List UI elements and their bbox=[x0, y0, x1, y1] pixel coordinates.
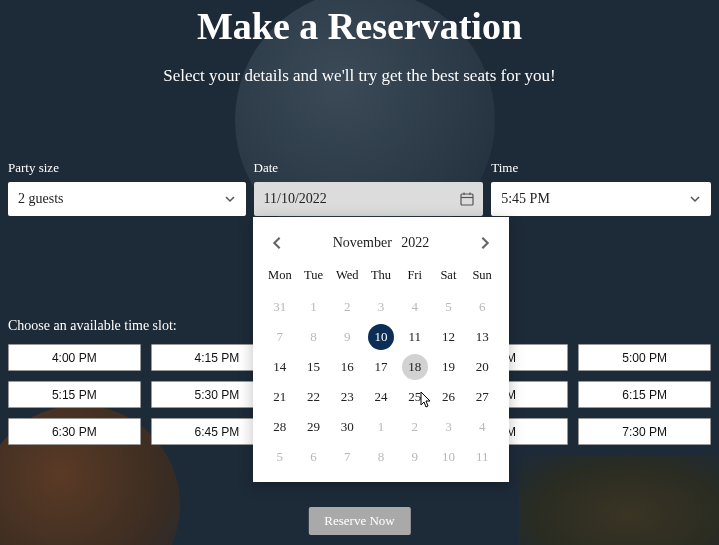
calendar-day: 9 bbox=[398, 442, 432, 472]
time-slot[interactable]: 7:30 PM bbox=[578, 418, 711, 445]
calendar-day: 7 bbox=[263, 322, 297, 352]
calendar-day: 8 bbox=[297, 322, 331, 352]
time-slot[interactable]: 5:00 PM bbox=[578, 344, 711, 371]
chevron-down-icon bbox=[224, 193, 236, 205]
reservation-fields: Party size 2 guests Date 11/10/2022 Time bbox=[8, 160, 711, 216]
calendar-popup: November 2022 MonTueWedThuFriSatSun31123… bbox=[253, 217, 509, 482]
reserve-button[interactable]: Reserve Now bbox=[308, 507, 410, 535]
calendar-day[interactable]: 17 bbox=[364, 352, 398, 382]
calendar-day[interactable]: 16 bbox=[330, 352, 364, 382]
page-subtitle: Select your details and we'll try get th… bbox=[8, 66, 711, 86]
calendar-grid: MonTueWedThuFriSatSun3112345678910111213… bbox=[263, 261, 499, 472]
calendar-day[interactable]: 23 bbox=[330, 382, 364, 412]
calendar-day[interactable]: 15 bbox=[297, 352, 331, 382]
party-size-select[interactable]: 2 guests bbox=[8, 182, 246, 216]
party-size-value: 2 guests bbox=[18, 191, 64, 207]
calendar-day[interactable]: 28 bbox=[263, 412, 297, 442]
party-size-label: Party size bbox=[8, 160, 246, 176]
date-value: 11/10/2022 bbox=[264, 191, 327, 207]
calendar-day[interactable]: 11 bbox=[398, 322, 432, 352]
calendar-day-of-week: Thu bbox=[364, 261, 398, 292]
calendar-day[interactable]: 21 bbox=[263, 382, 297, 412]
calendar-day: 5 bbox=[432, 292, 466, 322]
calendar-day[interactable]: 10 bbox=[364, 322, 398, 352]
time-value: 5:45 PM bbox=[501, 191, 550, 207]
calendar-month: November bbox=[333, 235, 392, 250]
time-slot[interactable]: 6:30 PM bbox=[8, 418, 141, 445]
calendar-title: November 2022 bbox=[285, 235, 477, 251]
calendar-day: 6 bbox=[297, 442, 331, 472]
date-label: Date bbox=[254, 160, 484, 176]
calendar-next-button[interactable] bbox=[477, 235, 493, 251]
calendar-day: 5 bbox=[263, 442, 297, 472]
time-slot[interactable]: 5:15 PM bbox=[8, 381, 141, 408]
calendar-day: 7 bbox=[330, 442, 364, 472]
chevron-right-icon bbox=[477, 235, 493, 251]
calendar-day: 8 bbox=[364, 442, 398, 472]
calendar-day[interactable]: 27 bbox=[465, 382, 499, 412]
calendar-day[interactable]: 26 bbox=[432, 382, 466, 412]
calendar-day[interactable]: 20 bbox=[465, 352, 499, 382]
time-slot[interactable]: 6:15 PM bbox=[578, 381, 711, 408]
calendar-prev-button[interactable] bbox=[269, 235, 285, 251]
calendar-day-of-week: Fri bbox=[398, 261, 432, 292]
calendar-day: 9 bbox=[330, 322, 364, 352]
calendar-day: 1 bbox=[364, 412, 398, 442]
calendar-day: 4 bbox=[465, 412, 499, 442]
date-input[interactable]: 11/10/2022 bbox=[254, 182, 484, 216]
calendar-day: 4 bbox=[398, 292, 432, 322]
calendar-day: 11 bbox=[465, 442, 499, 472]
calendar-day[interactable]: 30 bbox=[330, 412, 364, 442]
calendar-day[interactable]: 13 bbox=[465, 322, 499, 352]
calendar-year: 2022 bbox=[401, 235, 429, 250]
calendar-day: 2 bbox=[330, 292, 364, 322]
calendar-day-of-week: Sun bbox=[465, 261, 499, 292]
calendar-day[interactable]: 24 bbox=[364, 382, 398, 412]
calendar-day-of-week: Mon bbox=[263, 261, 297, 292]
calendar-day: 10 bbox=[432, 442, 466, 472]
time-slot[interactable]: 4:00 PM bbox=[8, 344, 141, 371]
calendar-day: 31 bbox=[263, 292, 297, 322]
calendar-day: 3 bbox=[432, 412, 466, 442]
calendar-day: 2 bbox=[398, 412, 432, 442]
calendar-day[interactable]: 14 bbox=[263, 352, 297, 382]
time-select[interactable]: 5:45 PM bbox=[491, 182, 711, 216]
calendar-day: 1 bbox=[297, 292, 331, 322]
calendar-day-of-week: Sat bbox=[432, 261, 466, 292]
calendar-day[interactable]: 25 bbox=[398, 382, 432, 412]
time-label: Time bbox=[491, 160, 711, 176]
chevron-left-icon bbox=[269, 235, 285, 251]
chevron-down-icon bbox=[689, 193, 701, 205]
calendar-day: 3 bbox=[364, 292, 398, 322]
calendar-day-of-week: Tue bbox=[297, 261, 331, 292]
calendar-day[interactable]: 12 bbox=[432, 322, 466, 352]
calendar-day[interactable]: 29 bbox=[297, 412, 331, 442]
calendar-day[interactable]: 19 bbox=[432, 352, 466, 382]
calendar-day[interactable]: 18 bbox=[398, 352, 432, 382]
calendar-icon bbox=[459, 191, 475, 207]
svg-rect-0 bbox=[461, 194, 473, 205]
calendar-day[interactable]: 22 bbox=[297, 382, 331, 412]
page-title: Make a Reservation bbox=[8, 0, 711, 48]
calendar-day-of-week: Wed bbox=[330, 261, 364, 292]
calendar-day: 6 bbox=[465, 292, 499, 322]
